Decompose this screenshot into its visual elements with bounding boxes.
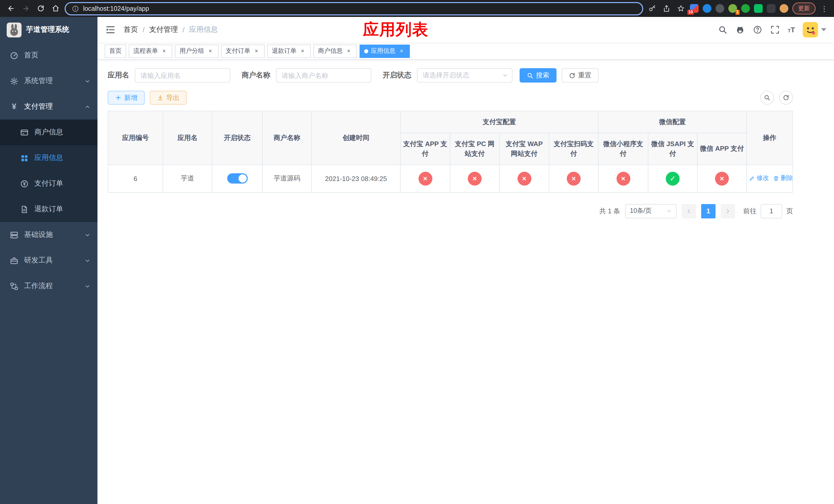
- extension-icon-2[interactable]: [703, 4, 711, 13]
- bank-card-icon: [20, 128, 29, 137]
- sidebar-item-infrastructure[interactable]: 基础设施: [0, 222, 97, 248]
- user-avatar-menu[interactable]: [803, 22, 826, 38]
- browser-forward-button[interactable]: [20, 3, 31, 14]
- edit-button[interactable]: 修改: [749, 174, 769, 183]
- col-app-name: 应用名: [163, 111, 212, 165]
- add-button[interactable]: 新增: [108, 91, 145, 105]
- tab-user-group[interactable]: 用户分组 ×: [175, 44, 219, 58]
- goto-page-input[interactable]: [761, 204, 782, 218]
- search-button[interactable]: 搜索: [520, 68, 556, 83]
- app-table: 应用编号 应用名 开启状态 商户名称 创建时间 支付宝配置 微信配置 操作 支付…: [108, 111, 793, 192]
- export-button[interactable]: 导出: [150, 91, 187, 105]
- close-icon[interactable]: ×: [253, 47, 260, 54]
- document-icon: [20, 205, 29, 213]
- sidebar-item-refund-orders[interactable]: 退款订单: [0, 197, 97, 222]
- sidebar-item-payment-orders[interactable]: 支付订单: [0, 171, 97, 197]
- next-page-button[interactable]: [721, 204, 735, 218]
- extension-icon-6[interactable]: [754, 4, 763, 13]
- extension-icon-5[interactable]: [741, 4, 750, 13]
- sidebar-item-label: 支付订单: [35, 179, 63, 188]
- toggle-search-button[interactable]: [760, 91, 774, 105]
- browser-home-button[interactable]: [50, 3, 61, 14]
- close-icon[interactable]: ×: [207, 47, 214, 54]
- site-info-icon[interactable]: [72, 5, 79, 12]
- breadcrumb-home[interactable]: 首页: [124, 25, 138, 35]
- extension-icon-3[interactable]: [716, 4, 724, 13]
- extension-badge: 10: [687, 10, 694, 15]
- sidebar-item-app-info[interactable]: 应用信息: [0, 145, 97, 171]
- address-bar[interactable]: localhost:1024/pay/app: [65, 2, 643, 15]
- close-icon[interactable]: ×: [398, 47, 405, 54]
- extension-icon-4[interactable]: 1: [728, 4, 737, 13]
- sidebar-item-payment[interactable]: ¥ 支付管理: [0, 94, 97, 119]
- breadcrumb-separator: /: [182, 26, 185, 34]
- chevron-down-icon: [502, 72, 508, 78]
- cell-alipay-qr: ×: [549, 165, 598, 192]
- prev-page-button[interactable]: [682, 204, 696, 218]
- search-form: 应用名 商户名称 开启状态 请选择开启状态 搜索: [108, 68, 793, 83]
- grid-icon: [20, 154, 29, 162]
- sidebar-item-system[interactable]: 系统管理: [0, 68, 97, 94]
- browser-back-button[interactable]: [5, 3, 16, 14]
- col-status: 开启状态: [212, 111, 262, 165]
- profile-avatar-icon[interactable]: [780, 4, 788, 13]
- app-name-input[interactable]: [135, 68, 230, 83]
- col-alipay-pc: 支付宝 PC 网站支付: [450, 133, 499, 165]
- search-icon[interactable]: [718, 25, 728, 35]
- payment-submenu: 商户信息 应用信息 支付订单 退款订单: [0, 119, 97, 222]
- status-badge: ×: [468, 171, 482, 185]
- close-icon[interactable]: ×: [345, 47, 352, 54]
- browser-menu-icon[interactable]: ⋮: [820, 4, 829, 13]
- extensions-puzzle-icon[interactable]: [767, 4, 775, 13]
- sidebar-item-label: 研发工具: [24, 256, 53, 265]
- status-badge: ✓: [666, 171, 680, 185]
- cell-wechat-mini: ×: [598, 165, 648, 192]
- delete-button[interactable]: 删除: [773, 174, 793, 183]
- github-icon[interactable]: [736, 25, 745, 35]
- tab-refund-orders[interactable]: 退款订单 ×: [267, 44, 311, 58]
- sidebar-item-home[interactable]: 首页: [0, 43, 97, 68]
- sidebar-logo[interactable]: 芋道管理系统: [0, 17, 97, 43]
- fullscreen-icon[interactable]: [770, 25, 780, 35]
- tab-process-form[interactable]: 流程表单 ×: [129, 44, 172, 58]
- tab-payment-orders[interactable]: 支付订单 ×: [221, 44, 265, 58]
- trash-icon: [773, 175, 779, 182]
- close-icon[interactable]: ×: [299, 47, 306, 54]
- sidebar-item-dev-tools[interactable]: 研发工具: [0, 248, 97, 273]
- sidebar-item-merchant-info[interactable]: 商户信息: [0, 119, 97, 145]
- font-size-icon[interactable]: TT: [788, 26, 795, 34]
- tab-merchant-info[interactable]: 商户信息 ×: [313, 44, 357, 58]
- sidebar-collapse-icon[interactable]: [105, 25, 115, 35]
- close-icon[interactable]: ×: [160, 47, 168, 54]
- merchant-name-input[interactable]: [276, 68, 371, 83]
- status-select[interactable]: 请选择开启状态: [417, 68, 512, 83]
- tab-home[interactable]: 首页: [105, 44, 126, 58]
- share-icon[interactable]: [661, 3, 672, 14]
- page-size-select[interactable]: 10条/页: [625, 204, 677, 218]
- breadcrumb-payment[interactable]: 支付管理: [149, 25, 178, 35]
- browser-update-button[interactable]: 更新: [792, 3, 815, 14]
- plus-icon: [115, 94, 122, 101]
- tab-app-info[interactable]: 应用信息 ×: [359, 44, 410, 58]
- sidebar-item-workflow[interactable]: 工作流程: [0, 273, 97, 299]
- table-header-row: 应用编号 应用名 开启状态 商户名称 创建时间 支付宝配置 微信配置 操作: [108, 111, 793, 133]
- tab-label: 退款订单: [272, 47, 297, 55]
- password-key-icon[interactable]: [647, 3, 657, 14]
- bookmark-star-icon[interactable]: [676, 3, 686, 14]
- server-icon: [10, 230, 19, 239]
- browser-refresh-button[interactable]: [35, 3, 46, 14]
- extension-icon-1[interactable]: 10: [690, 4, 699, 13]
- refresh-icon: [569, 72, 575, 79]
- help-icon[interactable]: [753, 25, 763, 35]
- page-1-button[interactable]: 1: [701, 204, 716, 218]
- status-switch[interactable]: [227, 173, 247, 184]
- status-badge: ×: [715, 171, 729, 185]
- reset-button[interactable]: 重置: [562, 68, 598, 83]
- cell-alipay-app: ×: [400, 165, 450, 192]
- refresh-table-button[interactable]: [779, 91, 793, 105]
- search-icon: [764, 94, 770, 101]
- screen: localhost:1024/pay/app 10 1 更新 ⋮: [0, 0, 834, 504]
- sidebar-item-label: 应用信息: [35, 153, 63, 162]
- active-dot: [364, 49, 368, 53]
- navbar: 首页 / 支付管理 / 应用信息 应用列表 TT: [97, 17, 834, 43]
